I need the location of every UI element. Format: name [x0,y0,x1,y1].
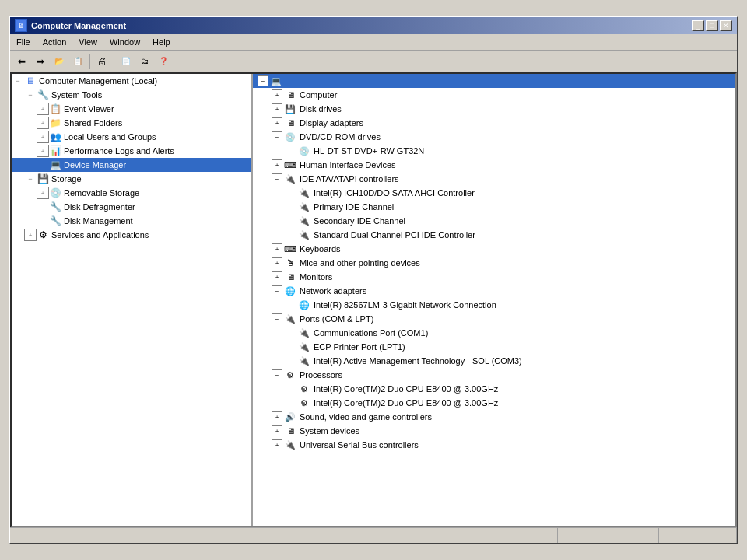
menu-bar: File Action View Window Help [10,34,737,51]
r-expand-displayadapters[interactable]: + [272,117,282,128]
expand-sharedfolders[interactable]: + [37,117,49,129]
r-tree-keyboards[interactable]: + ⌨ Keyboards [253,242,735,256]
tree-item-devicemanager[interactable]: 💻 Device Manager [12,158,251,172]
r-tree-mice[interactable]: + 🖱 Mice and other pointing devices [253,256,735,270]
expand-localusers[interactable]: + [37,131,49,143]
tree-item-root[interactable]: − 🖥 Computer Management (Local) [12,74,251,88]
r-icon-systemdevices: 🖥 [284,425,296,437]
r-icon-diskdrives: 💾 [284,103,296,115]
up-button[interactable]: 📂 [51,53,68,70]
r-tree-intel-ich[interactable]: 🔌 Intel(R) ICH10D/DO SATA AHCI Controlle… [253,186,735,200]
help-button[interactable]: ❓ [155,53,172,70]
r-tree-primary-ide[interactable]: 🔌 Primary IDE Channel [253,200,735,214]
r-tree-ports[interactable]: − 🔌 Ports (COM & LPT) [253,312,735,326]
r-expand-ports[interactable]: − [272,313,282,324]
r-tree-cpu2[interactable]: ⚙ Intel(R) Core(TM)2 Duo CPU E8400 @ 3.0… [253,396,735,410]
minimize-button[interactable]: _ [692,20,704,31]
r-tree-dvdcdrom[interactable]: − 💿 DVD/CD-ROM drives [253,130,735,144]
r-tree-computer[interactable]: + 🖥 Computer [253,88,735,102]
expand-storage[interactable]: − [24,173,37,185]
r-tree-com1[interactable]: 🔌 Communications Port (COM1) [253,326,735,340]
print-button[interactable]: 🖨 [93,53,110,70]
r-tree-diskdrives[interactable]: + 💾 Disk drives [253,102,735,116]
title-bar-left: 🖥 Computer Management [15,19,126,32]
r-tree-monitors[interactable]: + 🖥 Monitors [253,270,735,284]
maximize-button[interactable]: □ [706,20,718,31]
r-tree-standard-dual[interactable]: 🔌 Standard Dual Channel PCI IDE Controll… [253,228,735,242]
expand-systemtools[interactable]: − [24,89,37,101]
r-tree-ideata[interactable]: − 🔌 IDE ATA/ATAPI controllers [253,172,735,186]
icon-diskdefrag: 🔧 [49,201,61,213]
properties-button[interactable]: 🗂 [136,53,153,70]
tree-item-removablestorage[interactable]: + 💿 Removable Storage [12,186,251,200]
r-tree-lpt1[interactable]: 🔌 ECP Printer Port (LPT1) [253,340,735,354]
right-panel: − 💻 + 🖥 Computer + 💾 Disk drives + 🖥 Dis… [253,74,735,526]
status-segment-2 [558,528,659,543]
r-icon-mice: 🖱 [284,257,296,269]
toolbar-separator-2 [114,54,114,69]
r-tree-sound[interactable]: + 🔊 Sound, video and game controllers [253,410,735,424]
tree-item-storage[interactable]: − 💾 Storage [12,172,251,186]
r-expand-root[interactable]: − [258,75,268,86]
r-expand-hid[interactable]: + [272,159,282,170]
r-tree-systemdevices[interactable]: + 🖥 System devices [253,424,735,438]
r-icon-monitors: 🖥 [284,271,296,283]
r-expand-keyboards[interactable]: + [272,243,282,254]
tree-item-eventviewer[interactable]: + 📋 Event Viewer [12,102,251,116]
expand-removablestorage[interactable]: + [37,187,49,199]
expand-services[interactable]: + [24,229,37,241]
r-tree-networkadapters[interactable]: − 🌐 Network adapters [253,284,735,298]
r-tree-hldvd[interactable]: 💿 HL-DT-ST DVD+-RW GT32N [253,144,735,158]
tree-item-localusers[interactable]: + 👥 Local Users and Groups [12,130,251,144]
r-tree-root[interactable]: − 💻 [253,74,735,88]
expand-root[interactable]: − [12,75,24,87]
r-icon-cpu1: ⚙ [298,383,310,395]
r-expand-usb[interactable]: + [272,439,282,450]
r-icon-hid: ⌨ [284,159,296,171]
forward-button[interactable]: ➡ [32,53,49,70]
r-expand-systemdevices[interactable]: + [272,425,282,436]
r-expand-processors[interactable]: − [272,369,282,380]
r-expand-mice[interactable]: + [272,257,282,268]
tree-item-services[interactable]: + ⚙ Services and Applications [12,228,251,242]
expand-perflogs[interactable]: + [37,145,49,157]
tree-item-diskmanagement[interactable]: 🔧 Disk Management [12,214,251,228]
tree-item-sharedfolders[interactable]: + 📁 Shared Folders [12,116,251,130]
status-bar [10,527,737,543]
menu-file[interactable]: File [10,36,37,48]
r-icon-hldvd: 💿 [298,145,310,157]
r-tree-amt[interactable]: 🔌 Intel(R) Active Management Technology … [253,354,735,368]
r-expand-networkadapters[interactable]: − [272,285,282,296]
tree-item-diskdefrag[interactable]: 🔧 Disk Defragmenter [12,200,251,214]
r-expand-dvdcdrom[interactable]: − [272,131,282,142]
r-tree-displayadapters[interactable]: + 🖥 Display adapters [253,116,735,130]
r-tree-hid[interactable]: + ⌨ Human Interface Devices [253,158,735,172]
show-hide-button[interactable]: 📋 [69,53,86,70]
r-icon-cpu2: ⚙ [298,397,310,409]
menu-view[interactable]: View [72,36,103,48]
export-button[interactable]: 📄 [117,53,135,70]
expand-diskdefrag [37,201,49,213]
toolbar: ⬅ ➡ 📂 📋 🖨 📄 🗂 ❓ [10,51,737,72]
menu-action[interactable]: Action [37,36,73,48]
tree-item-systemtools[interactable]: − 🔧 System Tools [12,88,251,102]
window-title: Computer Management [31,21,126,30]
r-tree-usb[interactable]: + 🔌 Universal Serial Bus controllers [253,438,735,452]
r-label-standard-dual: Standard Dual Channel PCI IDE Controller [314,230,475,240]
back-button[interactable]: ⬅ [13,53,30,70]
r-tree-processors[interactable]: − ⚙ Processors [253,368,735,382]
expand-eventviewer[interactable]: + [37,103,49,115]
r-expand-diskdrives[interactable]: + [272,103,282,114]
r-expand-ideata[interactable]: − [272,173,282,184]
r-expand-computer[interactable]: + [272,89,282,100]
close-button[interactable]: ✕ [720,20,732,31]
menu-window[interactable]: Window [103,36,146,48]
r-tree-intel-network[interactable]: 🌐 Intel(R) 82567LM-3 Gigabit Network Con… [253,298,735,312]
r-label-hid: Human Interface Devices [300,160,396,170]
tree-item-perflogs[interactable]: + 📊 Performance Logs and Alerts [12,144,251,158]
r-expand-monitors[interactable]: + [272,271,282,282]
r-tree-secondary-ide[interactable]: 🔌 Secondary IDE Channel [253,214,735,228]
menu-help[interactable]: Help [146,36,177,48]
r-tree-cpu1[interactable]: ⚙ Intel(R) Core(TM)2 Duo CPU E8400 @ 3.0… [253,382,735,396]
r-expand-sound[interactable]: + [272,411,282,422]
